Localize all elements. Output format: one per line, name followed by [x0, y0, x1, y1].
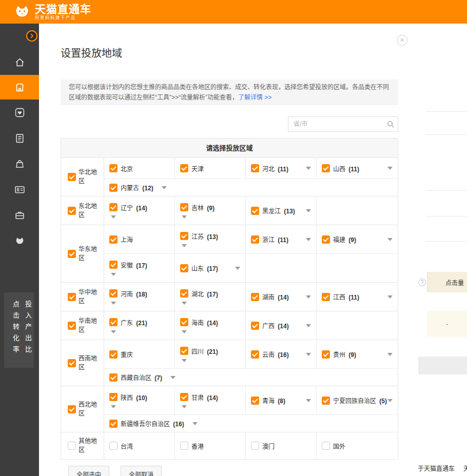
sidebar-item-id-card[interactable] — [0, 176, 39, 202]
chevron-down-icon[interactable] — [387, 238, 393, 241]
chevron-down-icon[interactable] — [306, 324, 311, 327]
province-checkbox[interactable] — [322, 164, 330, 172]
province-checkbox[interactable] — [251, 164, 259, 172]
province-checkbox[interactable] — [180, 289, 188, 298]
chevron-down-icon[interactable] — [192, 422, 198, 425]
province-cell[interactable]: 陕西 (10) — [104, 386, 175, 414]
learn-more-link[interactable]: 了解详情 >> — [238, 94, 271, 101]
search-icon[interactable] — [387, 121, 394, 128]
province-checkbox[interactable] — [180, 347, 188, 355]
chevron-down-icon[interactable] — [182, 359, 187, 362]
province-checkbox[interactable] — [180, 393, 188, 401]
province-checkbox[interactable] — [109, 420, 118, 428]
select-all-button[interactable]: 全部选中 — [68, 466, 109, 476]
province-checkbox[interactable] — [251, 235, 259, 244]
chevron-down-icon[interactable] — [182, 330, 187, 333]
province-cell[interactable]: 青海 (8) — [246, 386, 317, 414]
region-checkbox[interactable] — [68, 293, 76, 301]
sidebar-item-store[interactable] — [0, 151, 39, 176]
province-checkbox[interactable] — [322, 350, 330, 359]
province-cell[interactable]: 江西 (11) — [317, 283, 398, 311]
sidebar-item-shop[interactable] — [0, 75, 39, 100]
region-checkbox[interactable] — [68, 405, 76, 413]
province-checkbox[interactable] — [109, 318, 118, 326]
chevron-down-icon[interactable] — [182, 215, 187, 219]
region-cell[interactable]: 华中地区 — [61, 283, 104, 311]
province-checkbox[interactable] — [109, 289, 118, 298]
province-checkbox[interactable] — [109, 184, 118, 192]
close-icon[interactable]: × — [397, 35, 407, 46]
region-cell[interactable]: 西北地区 — [61, 386, 104, 432]
region-checkbox[interactable] — [68, 359, 76, 367]
province-checkbox[interactable] — [180, 232, 188, 240]
province-cell[interactable]: 黑龙江 (13) — [246, 196, 317, 225]
province-checkbox[interactable] — [322, 235, 330, 244]
region-cell[interactable]: 华南地区 — [61, 311, 104, 340]
province-checkbox[interactable] — [109, 373, 118, 382]
chevron-down-icon[interactable] — [306, 209, 311, 212]
region-checkbox[interactable] — [68, 173, 76, 181]
province-cell[interactable]: 北京 — [104, 158, 175, 179]
province-cell[interactable]: 宁夏回族自治区 (5) — [317, 386, 398, 414]
province-checkbox[interactable] — [109, 261, 118, 269]
province-cell[interactable]: 河北 (11) — [246, 158, 317, 179]
province-cell[interactable]: 甘肃 (14) — [175, 386, 246, 414]
chevron-down-icon[interactable] — [111, 302, 116, 305]
province-cell[interactable]: 香港 — [175, 432, 246, 459]
province-cell[interactable]: 重庆 — [104, 340, 175, 368]
province-checkbox[interactable] — [251, 293, 259, 301]
chevron-down-icon[interactable] — [387, 353, 393, 356]
chevron-down-icon[interactable] — [182, 405, 187, 408]
province-checkbox[interactable] — [180, 442, 188, 450]
deselect-all-button[interactable]: 全部取消 — [121, 466, 162, 476]
province-cell[interactable]: 湖南 (14) — [246, 283, 317, 311]
province-checkbox[interactable] — [251, 207, 259, 215]
chevron-down-icon[interactable] — [182, 244, 187, 247]
chevron-down-icon[interactable] — [306, 353, 311, 356]
province-checkbox[interactable] — [180, 264, 188, 272]
province-checkbox[interactable] — [251, 350, 259, 359]
region-cell[interactable]: 其他地区 — [61, 432, 104, 459]
chevron-down-icon[interactable] — [306, 167, 311, 170]
chevron-down-icon[interactable] — [170, 376, 176, 379]
chevron-down-icon[interactable] — [182, 302, 187, 305]
province-subrow[interactable]: 内蒙古 (12) — [104, 179, 398, 196]
province-checkbox[interactable] — [322, 442, 330, 450]
province-checkbox[interactable] — [180, 318, 188, 326]
province-checkbox[interactable] — [109, 235, 118, 244]
province-cell[interactable]: 浙江 (11) — [246, 225, 317, 253]
province-checkbox[interactable] — [180, 164, 188, 172]
sidebar-item-briefcase[interactable] — [0, 202, 39, 228]
chevron-down-icon[interactable] — [111, 273, 116, 276]
footer-link-tmall[interactable]: 天猫 — [463, 464, 467, 472]
footer-link-about[interactable]: 关于天猫直通车 — [418, 464, 455, 472]
province-checkbox[interactable] — [109, 442, 118, 450]
chevron-down-icon[interactable] — [306, 399, 311, 402]
province-cell[interactable]: 山西 (11) — [317, 158, 398, 179]
region-cell[interactable]: 华东地区 — [61, 225, 104, 282]
province-checkbox[interactable] — [251, 442, 259, 450]
sidebar-collapse-toggle[interactable] — [26, 30, 37, 42]
province-cell[interactable]: 天津 — [175, 158, 246, 179]
province-cell[interactable]: 云南 (16) — [246, 340, 317, 368]
province-cell[interactable]: 国外 — [317, 432, 398, 459]
sidebar-item-tmall-cat[interactable] — [0, 228, 39, 253]
province-cell[interactable]: 四川 (21) — [175, 340, 246, 368]
province-cell[interactable]: 福建 (9) — [317, 225, 398, 253]
province-checkbox[interactable] — [251, 322, 259, 330]
region-checkbox[interactable] — [68, 207, 76, 215]
province-cell[interactable]: 广西 (14) — [246, 311, 317, 340]
region-checkbox[interactable] — [68, 322, 76, 330]
chevron-down-icon[interactable] — [162, 186, 167, 189]
province-checkbox[interactable] — [109, 164, 118, 172]
chevron-down-icon[interactable] — [306, 295, 311, 299]
province-cell[interactable]: 澳门 — [246, 432, 317, 459]
province-cell[interactable]: 吉林 (9) — [175, 196, 246, 225]
chevron-down-icon[interactable] — [235, 267, 240, 270]
help-icon[interactable]: ? — [418, 279, 426, 286]
province-cell[interactable]: 贵州 (9) — [317, 340, 398, 368]
province-cell[interactable]: 辽宁 (14) — [104, 196, 175, 225]
province-cell[interactable]: 广东 (21) — [104, 311, 175, 340]
province-cell[interactable]: 湖北 (17) — [175, 283, 246, 311]
province-cell[interactable]: 安徽 (17) — [104, 254, 175, 282]
